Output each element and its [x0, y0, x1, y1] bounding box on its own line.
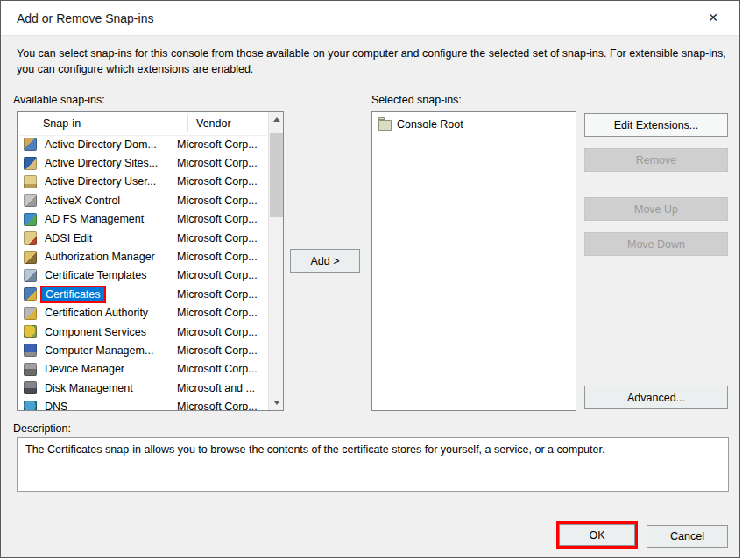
- table-row[interactable]: Computer Managem... Microsoft Corp...: [18, 341, 268, 359]
- available-snapins-label: Available snap-ins:: [13, 94, 105, 106]
- annotation-box-certificates: Certificates: [40, 286, 106, 303]
- snapin-vendor: Microsoft Corp...: [177, 307, 268, 319]
- ok-button[interactable]: OK: [559, 524, 635, 546]
- table-row[interactable]: Certification Authority Microsoft Corp..…: [18, 304, 268, 323]
- snapin-vendor: Microsoft Corp...: [177, 195, 268, 207]
- snapin-vendor: Microsoft Corp...: [177, 251, 268, 263]
- snapin-name: Certificate Templates: [42, 268, 150, 282]
- add-remove-snapins-dialog: Add or Remove Snap-ins × You can select …: [0, 0, 740, 558]
- snapin-name: DNS: [42, 400, 70, 410]
- table-row[interactable]: DNS Microsoft Corp...: [18, 397, 268, 410]
- edit-extensions-button[interactable]: Edit Extensions...: [584, 113, 728, 137]
- certification-authority-icon: [24, 307, 37, 320]
- snapin-name: Active Directory Sites...: [42, 156, 160, 170]
- table-row[interactable]: Disk Management Microsoft and ...: [18, 379, 268, 397]
- snapin-name: Device Manager: [42, 362, 127, 376]
- snapin-vendor: Microsoft Corp...: [177, 269, 268, 281]
- certificate-templates-icon: [24, 269, 37, 282]
- snapin-name: Authorization Manager: [42, 250, 158, 264]
- snapin-vendor: Microsoft Corp...: [177, 157, 268, 169]
- console-root-label: Console Root: [397, 118, 463, 131]
- close-icon[interactable]: ×: [701, 1, 725, 36]
- snapin-name: Certification Authority: [42, 306, 151, 320]
- active-directory-users-icon: [24, 175, 37, 188]
- column-header-snapin[interactable]: Snap-in: [18, 115, 188, 132]
- table-row[interactable]: Certificate Templates Microsoft Corp...: [18, 266, 268, 285]
- move-down-button: Move Down: [584, 232, 728, 256]
- dialog-title: Add or Remove Snap-ins: [17, 1, 153, 36]
- component-services-icon: [24, 325, 37, 338]
- snapin-vendor: Microsoft Corp...: [177, 213, 268, 225]
- move-up-button: Move Up: [584, 197, 728, 221]
- advanced-button[interactable]: Advanced...: [584, 386, 728, 409]
- snapin-name: Disk Management: [42, 381, 136, 395]
- table-row[interactable]: Device Manager Microsoft Corp...: [18, 360, 268, 379]
- scroll-down-icon[interactable]: [269, 395, 284, 410]
- scroll-up-icon[interactable]: [269, 112, 284, 127]
- folder-icon: [378, 120, 392, 131]
- certificates-icon: [24, 287, 37, 301]
- table-row[interactable]: ADSI Edit Microsoft Corp...: [18, 229, 268, 247]
- add-button[interactable]: Add >: [290, 249, 360, 273]
- active-directory-domains-icon: [24, 138, 37, 151]
- snapin-vendor: Microsoft Corp...: [177, 232, 268, 245]
- table-row[interactable]: AD FS Management Microsoft Corp...: [18, 210, 268, 229]
- remove-button: Remove: [584, 148, 728, 172]
- adsi-edit-icon: [24, 231, 37, 245]
- snapin-vendor: Microsoft Corp...: [177, 401, 268, 410]
- disk-management-icon: [24, 381, 37, 394]
- intro-text: You can select snap-ins for this console…: [17, 46, 730, 77]
- snapin-vendor: Microsoft Corp...: [177, 363, 268, 375]
- description-label: Description:: [13, 422, 71, 435]
- snapin-name: Active Directory Dom...: [42, 138, 159, 152]
- list-header: Snap-in Vendor: [18, 112, 283, 136]
- snapin-vendor: Microsoft and ...: [177, 382, 268, 394]
- snapin-name: ADSI Edit: [42, 231, 95, 245]
- snapin-name: ActiveX Control: [42, 194, 123, 208]
- snapin-vendor: Microsoft Corp...: [177, 288, 268, 301]
- activex-control-icon: [24, 194, 37, 207]
- titlebar: Add or Remove Snap-ins ×: [1, 1, 739, 36]
- available-snapins-list: Snap-in Vendor Active Directory Dom... M…: [17, 111, 284, 411]
- active-directory-sites-icon: [24, 157, 37, 170]
- selected-snapins-label: Selected snap-ins:: [371, 94, 462, 106]
- dns-icon: [24, 401, 37, 410]
- snapin-vendor: Microsoft Corp...: [177, 138, 268, 151]
- snapin-vendor: Microsoft Corp...: [177, 175, 268, 188]
- cancel-button[interactable]: Cancel: [647, 525, 728, 548]
- table-row[interactable]: Component Services Microsoft Corp...: [18, 323, 268, 341]
- selected-snapins-list: Console Root: [371, 111, 576, 411]
- computer-management-icon: [24, 344, 37, 357]
- table-row[interactable]: ActiveX Control Microsoft Corp...: [18, 191, 268, 209]
- available-snapins-rows: Active Directory Dom... Microsoft Corp..…: [18, 135, 268, 410]
- scrollbar-thumb[interactable]: [270, 133, 283, 217]
- description-box: The Certificates snap-in allows you to b…: [17, 437, 729, 492]
- snapin-name: Component Services: [42, 325, 149, 339]
- authorization-manager-icon: [24, 251, 37, 264]
- snapin-name: Computer Managem...: [42, 344, 156, 358]
- table-row[interactable]: Active Directory Dom... Microsoft Corp..…: [18, 135, 268, 153]
- snapin-vendor: Microsoft Corp...: [177, 344, 268, 357]
- snapin-vendor: Microsoft Corp...: [177, 326, 268, 338]
- annotation-box-ok: OK: [556, 521, 638, 549]
- table-row[interactable]: Certificates Microsoft Corp...: [18, 285, 268, 303]
- table-row[interactable]: Authorization Manager Microsoft Corp...: [18, 247, 268, 266]
- table-row[interactable]: Active Directory User... Microsoft Corp.…: [18, 173, 268, 191]
- adfs-management-icon: [24, 213, 37, 226]
- device-manager-icon: [24, 363, 37, 376]
- list-item-console-root[interactable]: Console Root: [372, 112, 576, 133]
- snapin-name: Active Directory User...: [42, 174, 159, 188]
- table-row[interactable]: Active Directory Sites... Microsoft Corp…: [18, 153, 268, 172]
- scrollbar[interactable]: [268, 112, 283, 410]
- snapin-name: AD FS Management: [42, 212, 146, 226]
